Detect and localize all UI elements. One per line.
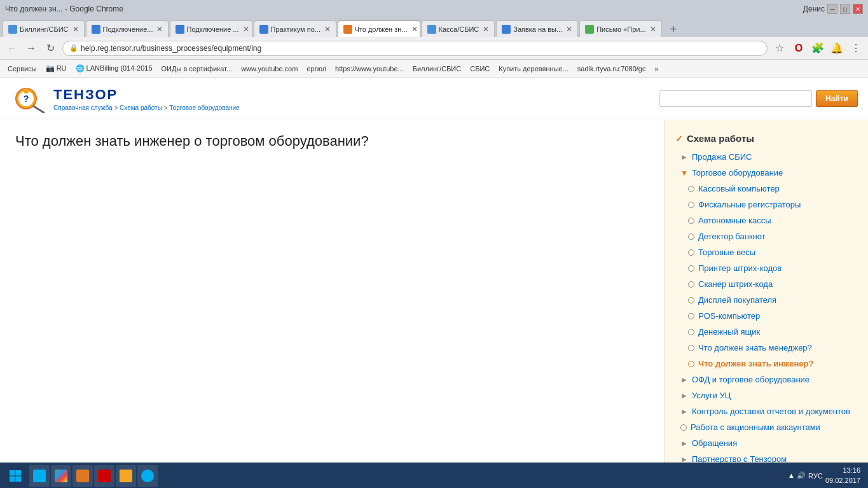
tab-close-billing[interactable]: ✕ <box>72 25 79 34</box>
page-content: ? ТЕНЗОР Справочная служба > Схема работ… <box>0 78 868 463</box>
sidebar-item-torgovoe[interactable]: ▼ Торговое оборудование <box>665 165 868 181</box>
sidebar-item-pos[interactable]: POS-компьютер <box>665 308 868 324</box>
sidebar-item-avtonomnyye[interactable]: Автономные кассы <box>665 213 868 228</box>
tab-close-connect2[interactable]: ✕ <box>243 25 249 34</box>
bookmark-youtube2[interactable]: https://www.youtube... <box>333 64 406 74</box>
bookmark-oidy[interactable]: ОИДы в сертификат... <box>159 64 235 74</box>
arrow-icon-uslugi: ► <box>680 391 688 400</box>
bookmark-billing[interactable]: Биллинг/СБИС <box>410 64 464 74</box>
bookmark-sbis[interactable]: СБИС <box>467 64 492 74</box>
sidebar-label-prodazha: Продажа СБИС <box>692 152 752 162</box>
new-tab-button[interactable]: + <box>666 22 681 37</box>
tab-close-connect1[interactable]: ✕ <box>156 25 163 34</box>
sidebar-label-skaner: Сканер штрих-кода <box>698 279 773 289</box>
tab-pismo[interactable]: Письмо «При... ✕ <box>579 20 661 37</box>
svg-line-3 <box>34 106 44 113</box>
taskbar-skype[interactable] <box>137 465 158 487</box>
tab-praktikum[interactable]: Практикум по... ✕ <box>254 20 336 37</box>
circle-icon-vesy <box>688 249 694 256</box>
tab-engineer[interactable]: Что должен зн... ✕ <box>338 20 420 37</box>
start-button[interactable] <box>3 464 28 487</box>
bookmarks-bar: Сервисы 📷 RU 🌐 LANBilling (014-2015 ОИДы… <box>0 60 868 78</box>
bookmark-youtube[interactable]: www.youtube.com <box>238 64 300 74</box>
maximize-button[interactable]: □ <box>840 4 850 14</box>
bookmark-ru[interactable]: 📷 RU <box>43 63 69 74</box>
breadcrumb-link-equipment[interactable]: Торговое оборудование <box>169 104 239 111</box>
bookmark-egrul[interactable]: ергюл <box>304 64 329 74</box>
tab-close-pismo[interactable]: ✕ <box>650 25 656 34</box>
clock-time: 13:16 <box>825 466 860 475</box>
reload-button[interactable]: ↻ <box>43 41 57 55</box>
sidebar-item-kassovy[interactable]: Кассовый компьютер <box>665 181 868 197</box>
title-bar-text: Что должен зн... - Google Chrome <box>5 4 123 13</box>
app3-icon <box>76 470 89 482</box>
bookmark-servisy[interactable]: Сервисы <box>5 64 39 74</box>
breadcrumb-link-schema[interactable]: Схема работы <box>120 104 162 111</box>
sidebar-item-skaner[interactable]: Сканер штрих-кода <box>665 276 868 292</box>
bookmark-lanbilling[interactable]: 🌐 LANBilling (014-2015 <box>73 63 155 74</box>
tab-connect2[interactable]: Подключение ... ✕ <box>170 20 252 37</box>
tab-close-zayavka[interactable]: ✕ <box>566 25 572 34</box>
taskbar-app3[interactable] <box>72 465 93 487</box>
minimize-button[interactable]: ─ <box>827 4 837 14</box>
sidebar-item-vesy[interactable]: Торговые весы <box>665 244 868 260</box>
sidebar-label-kontrol: Контроль доставки отчетов и документов <box>692 407 850 416</box>
url-bar[interactable]: 🔒 help.reg.tensor.ru/business_processes/… <box>62 41 768 56</box>
sidebar-item-detektor[interactable]: Детектор банкнот <box>665 228 868 244</box>
back-button[interactable]: ← <box>5 41 19 55</box>
sidebar-item-inzhener[interactable]: Что должен знать инженер? <box>665 356 868 372</box>
tab-favicon-connect2 <box>176 25 184 34</box>
tab-zayavka[interactable]: Заявка на вы... ✕ <box>496 20 578 37</box>
chrome-icon <box>55 470 67 482</box>
tray-lang: RУС <box>808 472 823 480</box>
taskbar-chrome[interactable] <box>51 465 71 487</box>
sidebar-item-printer[interactable]: Принтер штрих-кодов <box>665 260 868 276</box>
tab-close-praktikum[interactable]: ✕ <box>324 25 331 34</box>
bookmark-star[interactable]: ☆ <box>773 41 787 55</box>
extensions-icon[interactable]: 🧩 <box>811 41 825 55</box>
sidebar-item-obrash[interactable]: ► Обращения <box>665 435 868 451</box>
alert-icon[interactable]: 🔔 <box>830 41 844 55</box>
sidebar-item-fiskalnyye[interactable]: Фискальные регистраторы <box>665 197 868 213</box>
tab-kassa[interactable]: Касса/СБИС ✕ <box>422 20 495 37</box>
tab-connect1[interactable]: Подключение... ✕ <box>86 20 169 37</box>
sidebar-item-prodazha[interactable]: ► Продажа СБИС <box>665 149 868 165</box>
tab-close-kassa[interactable]: ✕ <box>483 25 489 34</box>
sidebar-label-kassovy: Кассовый компьютер <box>698 184 780 193</box>
menu-button[interactable]: ⋮ <box>849 41 863 55</box>
svg-rect-7 <box>10 476 15 482</box>
breadcrumb-link-home[interactable]: Справочная служба <box>53 104 113 111</box>
opera-icon[interactable]: O <box>792 41 806 55</box>
tab-close-engineer[interactable]: ✕ <box>411 25 418 34</box>
circle-icon-manager <box>688 345 694 351</box>
sidebar-item-rabota[interactable]: Работа с акционными аккаунтами <box>665 419 868 435</box>
sidebar-item-partner[interactable]: ► Партнерство с Тензором <box>665 451 868 463</box>
bookmark-kupit[interactable]: Купить деревянные... <box>496 64 571 74</box>
article-area: Что должен знать инженер о торговом обор… <box>0 120 665 463</box>
close-button[interactable]: ✕ <box>853 4 863 14</box>
sidebar-item-manager[interactable]: Что должен знать менеджер? <box>665 340 868 356</box>
circle-icon-rabota <box>680 424 687 431</box>
title-bar-left: Что должен зн... - Google Chrome <box>5 4 123 13</box>
sidebar-item-uslugi[interactable]: ► Услуги УЦ <box>665 387 868 403</box>
tab-favicon-kassa <box>427 25 436 34</box>
bookmarks-more[interactable]: » <box>652 64 661 74</box>
sidebar-item-ofd[interactable]: ► ОФД и торговое оборудование <box>665 372 868 387</box>
logo-area: ? ТЕНЗОР Справочная служба > Схема работ… <box>10 83 240 115</box>
sidebar-label-printer: Принтер штрих-кодов <box>698 263 782 273</box>
tab-billing[interactable]: Биллинг/СБИС ✕ <box>3 20 85 37</box>
tab-label-connect1: Подключение... <box>103 25 153 33</box>
search-button[interactable]: Найти <box>816 90 858 107</box>
sidebar-item-kontrol[interactable]: ► Контроль доставки отчетов и документов <box>665 403 868 419</box>
forward-button[interactable]: → <box>24 41 38 55</box>
circle-icon-skaner <box>688 281 694 288</box>
taskbar-folder[interactable] <box>116 465 136 487</box>
bookmark-sadik[interactable]: sadik.rtyva.ru:7080/gc <box>575 64 649 74</box>
taskbar-app4[interactable] <box>94 465 114 487</box>
arrow-icon-torgovoe: ▼ <box>680 169 688 178</box>
sidebar-item-display[interactable]: Дисплей покупателя <box>665 292 868 308</box>
sidebar-item-denezh[interactable]: Денежный ящик <box>665 324 868 340</box>
search-input[interactable] <box>659 90 812 107</box>
taskbar-ie[interactable] <box>29 465 50 487</box>
sidebar-label-rabota: Работа с акционными аккаунтами <box>691 422 820 432</box>
